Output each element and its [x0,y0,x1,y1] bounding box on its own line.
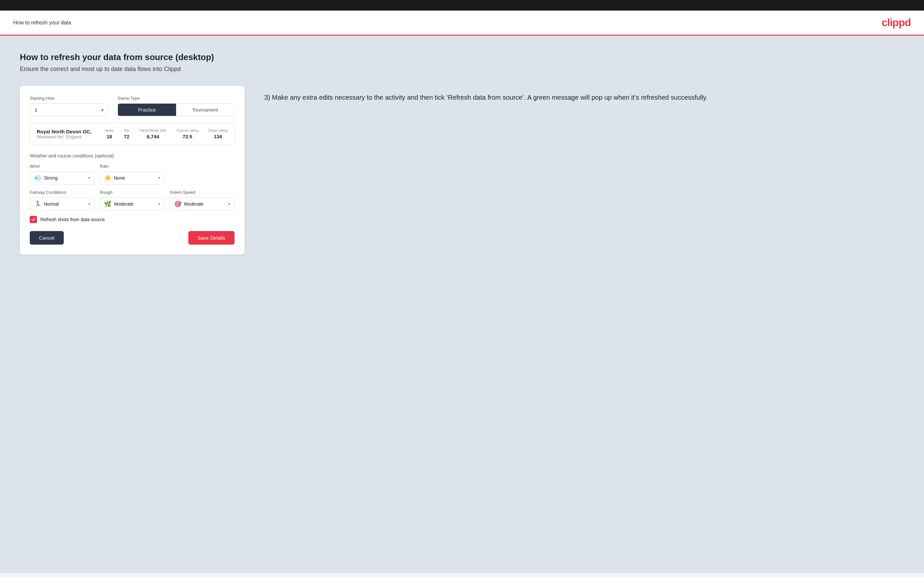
wind-icon: 💨 [34,174,41,182]
wind-label: Wind [30,164,94,169]
refresh-checkbox-row: Refresh shots from data source [30,216,234,223]
top-bar [0,0,924,11]
slope-rating-stat: Slope rating 134 [208,128,228,140]
course-location: Westward Ho!, England [37,134,92,139]
logo: clippd [882,16,911,29]
fairway-field: Fairway Conditions 🏃 Normal ▾ [30,190,94,211]
fairway-icon: 🏃 [34,200,41,208]
game-type-buttons: Practice Tournament [118,103,234,116]
rough-arrow-icon: ▾ [158,202,160,206]
fairway-rough-green-row: Fairway Conditions 🏃 Normal ▾ Rough 🌿 Mo… [30,190,234,211]
main-content: How to refresh your data from source (de… [0,35,924,573]
refresh-checkbox[interactable] [30,216,37,223]
par-value: 72 [124,134,129,139]
green-speed-arrow-icon: ▾ [228,202,230,206]
course-stats: Holes 18 Par 72 Yards/White (M)) 6,744 [105,128,228,140]
par-stat: Par 72 [124,128,129,140]
holes-value: 18 [107,134,112,139]
green-speed-label: Green Speed [170,190,234,195]
yards-value: 6,744 [147,134,159,139]
green-speed-field: Green Speed 🎯 Moderate ▾ [170,190,234,211]
slope-rating-value: 134 [214,134,222,139]
green-speed-value: Moderate [184,201,228,206]
page-heading: How to refresh your data from source (de… [20,52,904,62]
wind-select[interactable]: 💨 Strong ▾ [30,171,94,185]
holes-label: Holes [105,128,114,132]
par-label: Par [124,128,129,132]
content-area: Starting Hole 1 ▾ Game Type Practice Tou… [20,86,904,255]
footer: Copyright Clippd 2022 [0,573,924,577]
rough-value: Moderate [114,201,158,206]
wind-field: Wind 💨 Strong ▾ [30,164,94,185]
rough-icon: 🌿 [104,200,111,208]
course-name: Royal North Devon GC, [37,129,92,134]
rain-field: Rain ☀️ None ▾ [100,164,165,185]
course-rating-stat: Course rating 72.5 [176,128,198,140]
holes-stat: Holes 18 [105,128,114,140]
wind-rain-row: Wind 💨 Strong ▾ Rain ☀️ None ▾ [30,164,234,185]
description-panel: 3) Make any extra edits necessary to the… [264,86,904,103]
rain-select[interactable]: ☀️ None ▾ [100,171,165,185]
course-info: Royal North Devon GC, Westward Ho!, Engl… [37,128,228,140]
page-subheading: Ensure the correct and most up to date d… [20,66,904,73]
fairway-value: Normal [44,201,88,206]
green-speed-icon: 🎯 [174,200,181,208]
starting-hole-label: Starting Hole [30,96,108,101]
rain-value: None [114,175,158,181]
cancel-button[interactable]: Cancel [30,231,64,245]
green-speed-select[interactable]: 🎯 Moderate ▾ [170,197,234,211]
yards-stat: Yards/White (M)) 6,744 [139,128,166,140]
wind-arrow-icon: ▾ [88,176,90,180]
header: How to refresh your data clippd [0,11,924,35]
game-type-label: Game Type [118,96,234,101]
header-title: How to refresh your data [13,20,71,26]
rough-select[interactable]: 🌿 Moderate ▾ [100,197,165,211]
rain-arrow-icon: ▾ [158,176,160,180]
starting-hole-select[interactable]: 1 [30,103,108,116]
game-type-section: Game Type Practice Tournament [118,96,234,116]
yards-label: Yards/White (M)) [139,128,166,132]
fairway-arrow-icon: ▾ [88,202,90,206]
wind-value: Strong [44,175,88,181]
fairway-select[interactable]: 🏃 Normal ▾ [30,197,94,211]
course-rating-value: 72.5 [183,134,192,139]
tournament-button[interactable]: Tournament [176,104,234,116]
course-card: Royal North Devon GC, Westward Ho!, Engl… [30,123,234,145]
button-row: Cancel Save Details [30,231,234,245]
rough-label: Rough [100,190,165,195]
rain-icon: ☀️ [104,174,111,182]
starting-hole-select-wrapper[interactable]: 1 ▾ [30,103,108,116]
save-button[interactable]: Save Details [188,231,234,245]
rain-label: Rain [100,164,165,169]
starting-hole-section: Starting Hole 1 ▾ [30,96,108,116]
conditions-title: Weather and course conditions (optional) [30,153,234,158]
top-row: Starting Hole 1 ▾ Game Type Practice Tou… [30,96,234,116]
fairway-label: Fairway Conditions [30,190,94,195]
practice-button[interactable]: Practice [118,104,176,116]
refresh-label: Refresh shots from data source [40,217,105,222]
form-card: Starting Hole 1 ▾ Game Type Practice Tou… [20,86,244,255]
course-name-block: Royal North Devon GC, Westward Ho!, Engl… [37,129,92,139]
course-rating-label: Course rating [176,128,198,132]
checkmark-icon [31,217,36,222]
description-text: 3) Make any extra edits necessary to the… [264,92,904,103]
slope-rating-label: Slope rating [208,128,228,132]
rough-field: Rough 🌿 Moderate ▾ [100,190,165,211]
